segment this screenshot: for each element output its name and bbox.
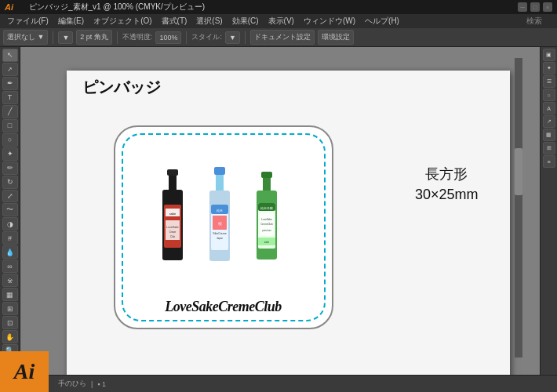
title-text: ピンバッジ_素材_v1 @ 100% (CMYK/プレビュー) bbox=[29, 2, 205, 13]
warp-tool[interactable]: 〜 bbox=[2, 203, 18, 216]
bottle-right: 純米吟醸 LoveSake CremeClub premium sake bbox=[257, 172, 277, 260]
dimension-size: 30×25mm bbox=[415, 187, 479, 203]
close-button[interactable]: × bbox=[543, 2, 552, 12]
menu-window[interactable]: ウィンドウ(W) bbox=[300, 16, 359, 27]
window-controls: ─ □ × bbox=[518, 2, 552, 12]
prefs-button[interactable]: 環境設定 bbox=[318, 30, 354, 45]
panel-icon-7[interactable]: ▦ bbox=[543, 129, 555, 141]
tool-label: 手のひら bbox=[58, 379, 86, 389]
menu-select[interactable]: 選択(S) bbox=[192, 16, 226, 27]
svg-text:LoveSake: LoveSake bbox=[261, 218, 272, 221]
scrollbar-thumb-v[interactable] bbox=[515, 148, 522, 195]
right-panel: ▣ ✦ ☰ ○ A ↗ ▦ ⊞ ≡ bbox=[540, 47, 557, 375]
search-bar[interactable]: 検索 bbox=[507, 16, 554, 27]
svg-text:純米吟醸: 純米吟醸 bbox=[260, 206, 273, 210]
badge-brand-text: LoveSakeCremeClub bbox=[165, 299, 281, 315]
dimension-shape: 長方形 bbox=[415, 165, 479, 183]
menu-bar: ファイル(F) 編集(E) オブジェクト(O) 書式(T) 選択(S) 効果(C… bbox=[0, 14, 557, 28]
panel-icon-8[interactable]: ⊞ bbox=[543, 142, 555, 154]
svg-text:純米: 純米 bbox=[217, 209, 223, 212]
menu-file[interactable]: ファイル(F) bbox=[3, 16, 53, 27]
svg-text:LoveSake: LoveSake bbox=[166, 226, 179, 229]
svg-text:CremeClub: CremeClub bbox=[260, 223, 273, 226]
toolbar-separator3 bbox=[186, 31, 187, 44]
artboard-tool[interactable]: ⊞ bbox=[2, 302, 18, 315]
svg-rect-10 bbox=[214, 167, 225, 175]
brush-tool[interactable]: ✦ bbox=[2, 147, 18, 161]
menu-help[interactable]: ヘルプ(H) bbox=[361, 16, 403, 27]
rect-tool[interactable]: □ bbox=[2, 119, 18, 132]
rotate-tool[interactable]: ↻ bbox=[2, 176, 18, 189]
artboard-info: ▪ 1 bbox=[97, 380, 106, 388]
artboard-container: ピンバッジ bbox=[67, 71, 510, 375]
svg-text:SkinCreme: SkinCreme bbox=[213, 232, 226, 235]
svg-rect-0 bbox=[167, 169, 178, 176]
bottle-center: 純米 桜 SkinCreme Japan bbox=[209, 167, 230, 261]
eyedropper-tool[interactable]: 💧 bbox=[2, 245, 18, 259]
blend-tool[interactable]: ∞ bbox=[2, 260, 18, 273]
left-toolbar: ↖ ↗ ✒ T ╱ □ ○ ✦ ✏ ↻ ⤢ 〜 ◑ # 💧 ∞ ※ ▦ ⊞ ⊡ … bbox=[0, 47, 20, 375]
style-dropdown[interactable]: ▼ bbox=[225, 31, 240, 44]
dimension-area: 長方形 30×25mm bbox=[415, 165, 479, 203]
menu-edit[interactable]: 編集(E) bbox=[54, 16, 88, 27]
mesh-tool[interactable]: # bbox=[2, 231, 18, 245]
main-toolbar: 選択なし ▼ ▼ 2 pt 角丸 不透明度: 100% スタイル: ▼ ドキュメ… bbox=[0, 28, 557, 47]
svg-rect-20 bbox=[261, 172, 272, 178]
badge-wrapper: sake LoveSake Creме Club bbox=[106, 110, 341, 345]
maximize-button[interactable]: □ bbox=[530, 2, 540, 12]
page-title-area: ピンバッジ bbox=[82, 77, 161, 98]
panel-icon-3[interactable]: ☰ bbox=[543, 75, 555, 88]
direct-select-tool[interactable]: ↗ bbox=[2, 63, 18, 76]
opacity-value[interactable]: 100% bbox=[155, 31, 181, 44]
menu-view[interactable]: 表示(V) bbox=[264, 16, 298, 27]
panel-icon-1[interactable]: ▣ bbox=[543, 49, 555, 61]
slice-tool[interactable]: ⊡ bbox=[2, 316, 18, 329]
scale-tool[interactable]: ⤢ bbox=[2, 190, 18, 203]
svg-text:sake: sake bbox=[169, 212, 176, 216]
canvas-area: ピンバッジ bbox=[20, 47, 540, 375]
panel-icon-5[interactable]: A bbox=[543, 102, 555, 114]
selection-dropdown[interactable]: 選択なし ▼ bbox=[3, 30, 48, 45]
doc-settings-button[interactable]: ドキュメント設定 bbox=[250, 30, 315, 45]
svg-rect-11 bbox=[216, 175, 224, 191]
menu-effect[interactable]: 効果(C) bbox=[228, 16, 263, 27]
pen-tool[interactable]: ✒ bbox=[2, 77, 18, 90]
toolbar-separator2 bbox=[117, 31, 118, 44]
bottles-area: sake LoveSake Creме Club bbox=[145, 165, 302, 291]
menu-object[interactable]: オブジェクト(O) bbox=[89, 16, 155, 27]
svg-rect-1 bbox=[169, 176, 177, 190]
ellipse-tool[interactable]: ○ bbox=[2, 133, 18, 147]
toolbar-separator4 bbox=[245, 31, 246, 44]
gradient-tool[interactable]: ◑ bbox=[2, 217, 18, 230]
svg-text:premium: premium bbox=[262, 229, 271, 232]
panel-icon-6[interactable]: ↗ bbox=[543, 115, 555, 128]
bottles-illustration: sake LoveSake Creме Club bbox=[145, 165, 302, 291]
select-tool[interactable]: ↖ bbox=[2, 49, 18, 62]
stroke-weight[interactable]: ▼ bbox=[58, 31, 73, 44]
ai-logo: Ai bbox=[0, 351, 49, 392]
pencil-tool[interactable]: ✏ bbox=[2, 162, 18, 175]
bottom-bar: 手のひら | ▪ 1 bbox=[0, 375, 557, 392]
vertical-scrollbar[interactable] bbox=[515, 58, 522, 358]
svg-text:Creме: Creме bbox=[169, 230, 176, 234]
minimize-button[interactable]: ─ bbox=[518, 2, 527, 12]
panel-icon-4[interactable]: ○ bbox=[543, 89, 555, 101]
menu-format[interactable]: 書式(T) bbox=[158, 16, 191, 27]
page-title: ピンバッジ bbox=[82, 78, 161, 96]
panel-icon-9[interactable]: ≡ bbox=[543, 155, 555, 168]
svg-text:Japan: Japan bbox=[216, 237, 223, 240]
style-label: スタイル: bbox=[191, 32, 222, 42]
ai-logo-text: Ai bbox=[14, 359, 35, 384]
symbol-tool[interactable]: ※ bbox=[2, 274, 18, 287]
hand-tool[interactable]: ✋ bbox=[2, 330, 18, 343]
pin-badge: sake LoveSake Creме Club bbox=[114, 125, 333, 329]
opacity-label: 不透明度: bbox=[122, 32, 153, 42]
panel-icon-2[interactable]: ✦ bbox=[543, 62, 555, 74]
type-tool[interactable]: T bbox=[2, 91, 18, 104]
toolbar-separator bbox=[53, 31, 53, 44]
title-bar: Ai ピンバッジ_素材_v1 @ 100% (CMYK/プレビュー) ─ □ × bbox=[0, 0, 557, 14]
line-tool[interactable]: ╱ bbox=[2, 105, 18, 118]
stroke-size[interactable]: 2 pt 角丸 bbox=[76, 30, 112, 45]
svg-text:Club: Club bbox=[169, 235, 175, 238]
column-graph-tool[interactable]: ▦ bbox=[2, 288, 18, 301]
